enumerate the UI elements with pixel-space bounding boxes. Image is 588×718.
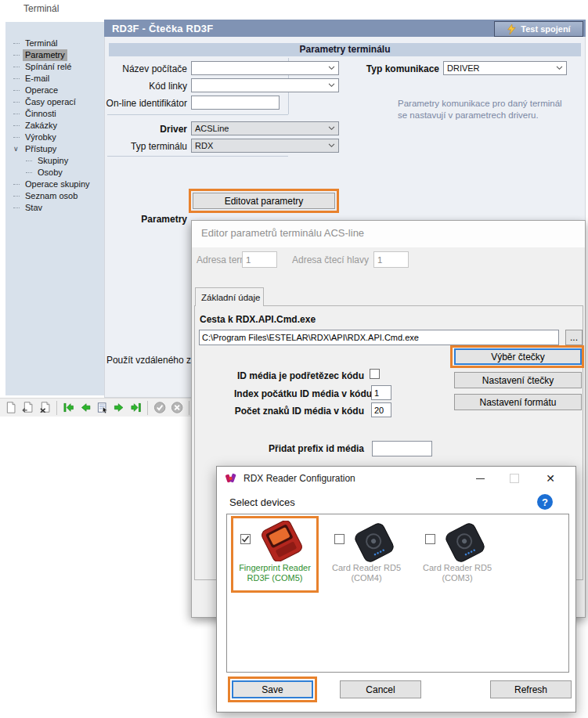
sidebar-item-skupiny[interactable]: Skupiny: [5, 155, 104, 167]
select-devices-label: Select devices: [229, 496, 295, 508]
tree-line: [13, 137, 20, 138]
lightning-icon: [507, 23, 516, 35]
tab-zakladni-udaje[interactable]: Základní údaje: [195, 287, 264, 306]
online-identifikator-input[interactable]: [191, 96, 280, 110]
sidebar-item-terminal[interactable]: Terminál: [5, 38, 104, 49]
nastaveni-ctecky-button[interactable]: Nastavení čtečky: [454, 372, 582, 388]
test-spojeni-button[interactable]: Test spojení: [494, 21, 583, 37]
previous-record-icon[interactable]: [79, 401, 92, 414]
sidebar: Terminál Parametry Spínání relé E-mail O…: [5, 22, 104, 395]
copy-record-icon[interactable]: [21, 401, 34, 414]
cesta-label: Cesta k RDX.API.Cmd.exe: [200, 314, 316, 325]
driver-combo[interactable]: ACSLine: [191, 121, 339, 135]
sidebar-item-zakazky[interactable]: Zakázky: [5, 120, 104, 132]
id-media-checkbox[interactable]: [370, 369, 380, 379]
delete-record-icon[interactable]: [38, 401, 51, 414]
next-record-icon[interactable]: [113, 401, 125, 414]
close-icon: ✕: [546, 472, 555, 485]
kod-linky-combo[interactable]: [191, 78, 339, 92]
driver-info-line1: Parametry komunikace pro daný terminál: [398, 98, 562, 110]
browse-button[interactable]: ...: [565, 330, 583, 345]
sidebar-item-casy-operaci[interactable]: Časy operací: [5, 96, 104, 108]
sidebar-item-cinnosti[interactable]: Činnosti: [5, 108, 104, 120]
device-label-rd5-com3[interactable]: Card Reader RD5 (COM3): [413, 563, 501, 583]
sidebar-item-stav[interactable]: Stav: [5, 202, 104, 214]
tree-line: [26, 161, 32, 161]
editovat-parametry-button[interactable]: Editovat parametry: [193, 193, 335, 209]
driver-label: Driver: [105, 124, 187, 135]
card-reader-image[interactable]: [440, 522, 490, 563]
typ-terminalu-combo[interactable]: RDX: [191, 139, 339, 153]
prefix-input[interactable]: [372, 441, 432, 456]
typ-terminalu-label: Typ terminálu: [105, 141, 187, 152]
tree-line: [13, 102, 20, 103]
toolbar-separator: [189, 401, 189, 415]
save-button[interactable]: Save: [232, 680, 313, 698]
typ-komunikace-label: Typ komunikace: [340, 63, 439, 74]
separator: [107, 114, 288, 115]
device-checkbox-rd5-com3[interactable]: [425, 534, 435, 544]
nazev-pocitace-combo[interactable]: [191, 61, 339, 75]
sidebar-item-operace[interactable]: Operace: [5, 85, 104, 96]
tree-line: [26, 172, 32, 173]
refresh-button[interactable]: Refresh: [490, 680, 572, 698]
card-reader-image[interactable]: [349, 522, 399, 563]
cesta-input[interactable]: [199, 330, 559, 345]
vyber-ctecky-button[interactable]: Výběr čtečky: [454, 348, 582, 365]
device-checkbox-rd5-com4[interactable]: [334, 534, 345, 544]
expand-arrow-icon[interactable]: ∨: [13, 143, 20, 155]
adresa-terminalu-input[interactable]: [242, 251, 277, 268]
new-record-icon[interactable]: [5, 401, 17, 414]
tree-line: [13, 67, 20, 67]
sidebar-item-email[interactable]: E-mail: [5, 73, 104, 85]
index-label: Index počátku ID média v kódu: [234, 388, 364, 399]
maximize-icon: [510, 474, 519, 483]
adresa-cteci-hlavy-input[interactable]: [373, 251, 409, 268]
prefix-label: Přidat prefix id média: [234, 443, 364, 454]
device-label-rd5-com4[interactable]: Card Reader RD5 (COM4): [323, 563, 410, 583]
chevron-down-icon: [328, 143, 335, 148]
section-title: Parametry terminálu: [109, 43, 581, 56]
editor-dialog-titlebar: Editor parametrů terminálu ACS-line: [192, 221, 585, 247]
chevron-down-icon: [328, 66, 335, 70]
cancel-button[interactable]: Cancel: [340, 680, 421, 698]
typ-komunikace-combo[interactable]: DRIVER: [443, 61, 567, 75]
sidebar-item-operace-skupiny[interactable]: Operace skupiny: [5, 179, 104, 190]
toolbar-separator: [147, 401, 148, 415]
kod-linky-label: Kód linky: [105, 81, 187, 92]
fingerprint-reader-image[interactable]: [257, 521, 307, 561]
maximize-button[interactable]: [503, 467, 525, 490]
tree-line: [13, 184, 20, 185]
driver-info-line2: se nastavují v parametrech driveru.: [398, 110, 539, 121]
sidebar-item-parametry[interactable]: Parametry: [5, 49, 104, 61]
pouzit-label: Použít vzdáleného z: [105, 355, 191, 366]
tree-line: [13, 125, 20, 126]
rdx-dialog-title: RDX Reader Configuration: [243, 473, 355, 484]
last-record-icon[interactable]: [129, 401, 142, 414]
checkmark-icon: [241, 535, 250, 543]
first-record-icon[interactable]: [63, 401, 75, 414]
sidebar-item-vyrobky[interactable]: Výrobky: [5, 132, 104, 143]
help-icon[interactable]: ?: [537, 494, 553, 510]
parametry-label: Parametry: [105, 214, 187, 225]
minimize-button[interactable]: [469, 467, 491, 490]
sidebar-item-pristupy[interactable]: ∨Přístupy: [5, 143, 104, 155]
navigation-tree: Terminál Parametry Spínání relé E-mail O…: [5, 22, 104, 214]
close-button[interactable]: ✕: [539, 467, 561, 490]
device-checkbox-rd3f[interactable]: [240, 534, 251, 544]
sidebar-item-seznam-osob[interactable]: Seznam osob: [5, 190, 104, 202]
sidebar-item-spinani-rele[interactable]: Spínání relé: [5, 61, 104, 73]
toolbar-separator: [56, 401, 57, 415]
cancel-icon[interactable]: [171, 401, 183, 414]
sidebar-item-osoby[interactable]: Osoby: [5, 167, 104, 179]
index-input[interactable]: [371, 385, 391, 400]
confirm-icon[interactable]: [153, 401, 166, 414]
browse-records-icon[interactable]: [96, 401, 109, 414]
pocet-input[interactable]: [371, 402, 391, 417]
nastaveni-formatu-button[interactable]: Nastavení formátu: [454, 394, 582, 410]
rdx-app-icon: [225, 472, 237, 485]
panel-header: RD3F - Čtečka RD3F Test spojení: [104, 20, 586, 37]
record-toolbar: [0, 398, 191, 417]
device-label-rd3f[interactable]: Fingerprint Reader RD3F (COM5): [231, 563, 319, 583]
chevron-down-icon: [556, 66, 563, 70]
